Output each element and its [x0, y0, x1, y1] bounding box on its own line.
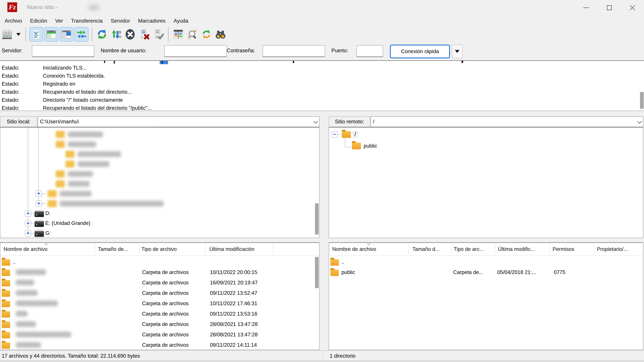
file-type: Carpeta de archivos — [142, 332, 188, 338]
tree-connector — [31, 233, 34, 234]
quickconnect-dropdown-button[interactable] — [452, 44, 462, 58]
remote-tree-item-public[interactable]: public — [364, 143, 377, 149]
directory-comparison-button[interactable] — [186, 27, 199, 42]
password-input[interactable] — [263, 45, 325, 57]
directory-listing-filters-button[interactable] — [172, 27, 185, 42]
column-header-1[interactable]: Nombre de archivo — [4, 246, 48, 252]
file-row[interactable]: Carpeta de archivos28/08/2021 13:47:28 — [0, 319, 316, 330]
file-row[interactable]: .. — [0, 257, 316, 267]
log-entry-label: Estado: — [2, 73, 19, 79]
synchronized-browsing-button[interactable] — [200, 27, 213, 42]
disconnect-button[interactable] — [138, 27, 151, 42]
file-row[interactable]: Carpeta de archivos09/11/2022 14:11:14 — [0, 340, 316, 351]
dropdown-arrow-icon — [16, 33, 21, 36]
menu-item-marcadores[interactable]: Marcadores — [134, 17, 170, 25]
collapse-expander[interactable]: − — [332, 131, 338, 138]
column-divider[interactable] — [139, 244, 140, 254]
tree-guide-line — [28, 128, 28, 233]
close-icon — [630, 5, 635, 10]
cancel-button[interactable] — [124, 27, 137, 42]
menu-item-servidor[interactable]: Servidor — [107, 17, 134, 25]
local-tree-scrollbar-thumb[interactable] — [315, 203, 319, 234]
column-divider[interactable] — [550, 244, 550, 254]
toggle-remote-tree-button[interactable] — [59, 27, 74, 42]
drive-icon — [34, 231, 44, 237]
column-header-3[interactable]: Tipo de arc... — [454, 246, 484, 252]
file-row[interactable]: publicCarpeta de...05/04/2018 21:...0775 — [329, 267, 639, 278]
remote-site-combobox[interactable]: / — [371, 116, 643, 127]
tree-connector — [42, 194, 45, 194]
log-entry: Estado:Recuperando el listado del direct… — [0, 105, 637, 113]
file-row[interactable]: Carpeta de archivos09/11/2022 13:53:16 — [0, 309, 316, 319]
file-type: Carpeta de archivos — [142, 269, 188, 275]
process-queue-button[interactable] — [110, 27, 122, 42]
tree-item-drive[interactable]: G: — [45, 230, 51, 236]
expand-expander[interactable]: + — [36, 191, 42, 197]
toggle-transfer-queue-button[interactable] — [74, 27, 88, 42]
column-divider[interactable] — [594, 244, 594, 254]
toolbar-separator — [26, 27, 26, 41]
expand-expander[interactable]: + — [25, 210, 31, 217]
expand-expander[interactable]: + — [36, 200, 42, 207]
username-input[interactable] — [164, 45, 227, 57]
local-list-header: Nombre de archivoTamaño de...Tipo de arc… — [0, 243, 319, 256]
window-controls — [574, 0, 644, 15]
remote-tree-icon — [61, 29, 72, 39]
find-files-button[interactable] — [214, 27, 227, 42]
file-row[interactable]: Carpeta de archivos10/11/2022 17:46:31 — [0, 299, 316, 309]
quickconnect-button[interactable]: Conexión rápida — [390, 44, 450, 58]
site-manager-button[interactable] — [0, 27, 14, 42]
menu-item-ver[interactable]: Ver — [51, 17, 67, 25]
redacted-file-name — [16, 290, 38, 296]
column-divider[interactable] — [273, 244, 273, 254]
column-header-3[interactable]: Tipo de archivo — [142, 246, 177, 252]
column-header-5[interactable]: Permisos — [552, 246, 574, 252]
server-input[interactable] — [32, 45, 94, 57]
file-row[interactable]: Carpeta de archivos09/11/2022 13:52:47 — [0, 288, 316, 299]
menu-item-edicion[interactable]: Edición — [26, 17, 51, 25]
column-divider[interactable] — [451, 244, 452, 254]
file-row[interactable]: Carpeta de archivos10/11/2022 20:00:15 — [0, 267, 316, 278]
expand-expander[interactable]: + — [25, 220, 31, 227]
tree-item-drive[interactable]: E: (Unidad Grande) — [45, 220, 90, 226]
tree-item-drive[interactable]: D: — [45, 210, 50, 216]
file-row[interactable]: Carpeta de archivos16/09/2021 20:19:47 — [0, 278, 316, 288]
menu-item-transferencia[interactable]: Transferencia — [67, 17, 107, 25]
column-divider[interactable] — [495, 244, 495, 254]
close-button[interactable] — [621, 0, 644, 15]
column-divider[interactable] — [95, 244, 95, 254]
refresh-button[interactable] — [96, 27, 108, 42]
column-header-4[interactable]: Última modific... — [498, 246, 535, 252]
file-type: Carpeta de archivos — [142, 342, 188, 348]
toggle-local-tree-button[interactable] — [44, 27, 58, 42]
column-divider[interactable] — [408, 244, 408, 254]
file-modified: 28/08/2021 13:47:28 — [210, 321, 258, 327]
file-type: Carpeta de archivos — [142, 301, 188, 307]
expand-expander[interactable]: + — [25, 230, 31, 237]
folder-icon — [352, 143, 361, 149]
column-header-6[interactable]: Propietario/... — [597, 246, 628, 252]
minimize-button[interactable] — [574, 0, 598, 15]
log-entry-message: Inicializando TLS... — [43, 65, 87, 71]
file-row[interactable]: Carpeta de archivos28/08/2021 13:47:28 — [0, 330, 316, 340]
local-list-scrollbar-thumb[interactable] — [315, 257, 319, 288]
log-scrollbar-thumb[interactable] — [640, 92, 644, 109]
file-row[interactable]: .. — [329, 257, 639, 267]
local-site-combobox[interactable]: C:\Users\manhu\ — [38, 116, 320, 127]
column-header-1[interactable]: Nombre de archivo — [332, 246, 376, 252]
log-entry-label: Estado: — [2, 65, 19, 71]
site-manager-dropdown-button[interactable] — [14, 27, 22, 42]
column-header-2[interactable]: Tamaño d... — [412, 246, 440, 252]
menu-item-archivo[interactable]: Archivo — [1, 17, 26, 25]
window-title: Nuevo sitio - — [27, 4, 58, 10]
column-header-2[interactable]: Tamaño de... — [98, 246, 128, 252]
menu-item-ayuda[interactable]: Ayuda — [170, 17, 192, 25]
maximize-button[interactable] — [598, 0, 621, 15]
remote-tree-root[interactable]: / — [352, 131, 358, 138]
column-header-4[interactable]: Última modificación — [209, 246, 254, 252]
quickconnect-bar: Servidor: Nombre de usuario: Contraseña:… — [0, 43, 644, 60]
reconnect-button[interactable] — [152, 27, 165, 42]
column-divider[interactable] — [205, 244, 206, 254]
port-input[interactable] — [356, 45, 383, 57]
toggle-message-log-button[interactable] — [29, 27, 43, 42]
